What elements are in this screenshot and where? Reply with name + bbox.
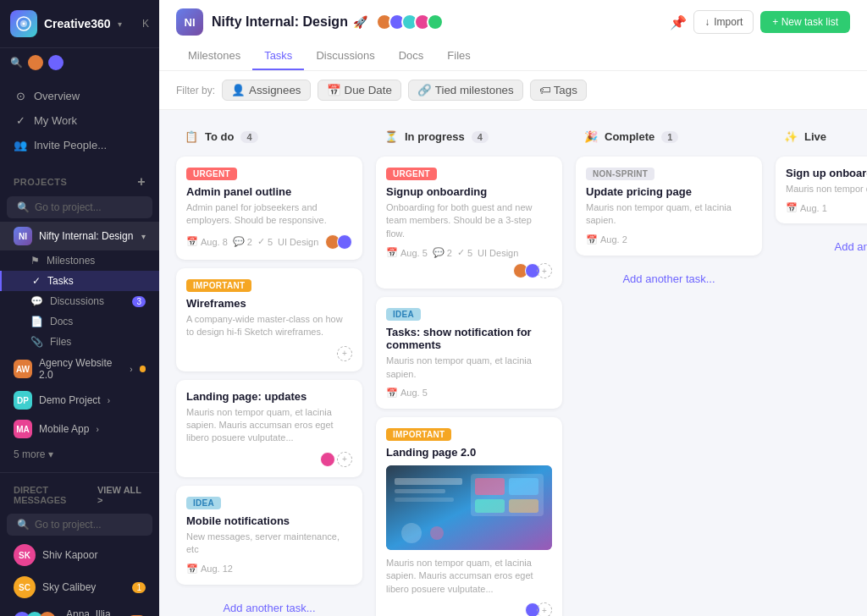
- tab-discussions[interactable]: Discussions: [304, 42, 386, 70]
- task-desc: Mauris non tempor quam, et lacinia sapie…: [386, 557, 552, 596]
- user-avatar-1[interactable]: [28, 55, 43, 70]
- task-meta: +: [186, 346, 352, 361]
- task-title: Sign up onboarding: [786, 167, 867, 179]
- task-card[interactable]: IDEA Tasks: show notification for commen…: [376, 297, 562, 409]
- project-avatar-demo: DP: [14, 391, 32, 410]
- new-task-list-button[interactable]: + New task list: [760, 11, 850, 33]
- discussions-badge: 3: [132, 296, 146, 307]
- app-dropdown-icon[interactable]: ▾: [118, 19, 122, 29]
- task-desc: Onboarding for both guest and new team m…: [386, 201, 552, 240]
- add-member-button[interactable]: +: [337, 346, 352, 361]
- task-card[interactable]: Landing page: updates Mauris non tempor …: [176, 380, 362, 477]
- user-avatar-2[interactable]: [48, 55, 64, 70]
- task-card[interactable]: IMPORTANT Landing page 2.0: [376, 417, 562, 616]
- dm-name-shiv: Shiv Kapoor: [42, 549, 97, 561]
- app-name: Creative360: [44, 17, 111, 30]
- add-member-button[interactable]: +: [337, 452, 352, 467]
- nav-item-my-work[interactable]: ✓ My Work: [0, 108, 159, 133]
- task-card[interactable]: URGENT Admin panel outline Admin panel f…: [176, 157, 362, 260]
- group-avatar-3: SK: [39, 612, 56, 616]
- project-badge: NI: [176, 8, 203, 36]
- task-card[interactable]: IDEA Mobile notifications New messages, …: [176, 486, 362, 585]
- add-member-button[interactable]: +: [537, 263, 552, 278]
- subnav-tasks[interactable]: ✓ Tasks: [0, 271, 159, 291]
- task-card[interactable]: NON-SPRINT Update pricing page Mauris no…: [576, 157, 762, 256]
- invite-icon: 👥: [14, 139, 27, 151]
- pin-icon[interactable]: 📌: [670, 14, 687, 30]
- dm-person-shiv[interactable]: SK Shiv Kapoor: [0, 539, 159, 571]
- nav-item-invite[interactable]: 👥 Invite People...: [0, 133, 159, 157]
- subnav-files[interactable]: 📎 Files: [0, 332, 159, 352]
- project-item-nifty[interactable]: NI Nifty Internal: Design ▾: [0, 222, 159, 250]
- import-button[interactable]: ↓ Import: [693, 10, 754, 34]
- dm-person-sky[interactable]: SC Sky Calibey 1: [0, 571, 159, 603]
- dm-section: DIRECT MESSAGES View all > 🔍 Go to proje…: [0, 472, 159, 616]
- tab-milestones[interactable]: Milestones: [176, 42, 252, 70]
- task-label: UI Design: [478, 248, 518, 258]
- task-desc: Mauris non tempor quam...: [786, 183, 867, 195]
- filter-tied-milestones[interactable]: 🔗 Tied milestones: [408, 80, 523, 101]
- project-item-agency[interactable]: AW Agency Website 2.0 ›: [0, 352, 159, 386]
- search-icon[interactable]: 🔍: [10, 57, 23, 69]
- cal-icon: 📅: [386, 247, 398, 258]
- tab-files[interactable]: Files: [435, 42, 482, 70]
- task-card[interactable]: URGENT Signup onboarding Onboarding for …: [376, 157, 562, 289]
- subnav-docs[interactable]: 📄 Docs: [0, 311, 159, 332]
- svg-rect-4: [395, 478, 462, 485]
- dm-name-sky: Sky Calibey: [42, 581, 96, 593]
- complete-icon: 🎉: [584, 130, 598, 143]
- header-tabs: Milestones Tasks Discussions Docs Files: [176, 42, 850, 70]
- column-in-progress: ⏳ In progress 4 URGENT Signup onboarding…: [376, 124, 562, 616]
- project-label-nifty: Nifty Internal: Design: [39, 230, 133, 242]
- task-tag-non-sprint: NON-SPRINT: [586, 168, 654, 180]
- nav-item-overview[interactable]: ⊙ Overview: [0, 84, 159, 108]
- nav-label-overview: Overview: [34, 90, 80, 102]
- main-header: NI Nifty Internal: Design 🚀 📌 ↓ I: [159, 0, 867, 71]
- add-project-button[interactable]: +: [137, 174, 146, 190]
- project-item-mobile[interactable]: MA Mobile App ›: [0, 415, 159, 443]
- filter-due-date[interactable]: 📅 Due Date: [318, 80, 401, 101]
- col-header-in-progress: ⏳ In progress 4: [376, 124, 562, 150]
- project-search[interactable]: 🔍 Go to project...: [7, 196, 152, 218]
- task-tag-urgent: URGENT: [186, 168, 237, 180]
- cal-icon: 📅: [186, 236, 198, 247]
- task-date: 📅 Aug. 5: [386, 247, 428, 258]
- kanban-board: 📋 To do 4 URGENT Admin panel outline Adm…: [159, 110, 867, 616]
- column-live: ✨ Live Sign up onboarding Mauris non tem…: [776, 124, 867, 261]
- col-header-live: ✨ Live: [776, 124, 867, 150]
- add-task-complete[interactable]: Add another task...: [576, 264, 762, 294]
- svg-point-12: [401, 523, 422, 543]
- dm-search[interactable]: 🔍 Go to project...: [7, 514, 152, 536]
- task-avatar: [337, 234, 352, 250]
- project-item-demo[interactable]: DP Demo Project ›: [0, 386, 159, 415]
- svg-point-2: [23, 23, 25, 25]
- add-member-button[interactable]: +: [537, 602, 552, 616]
- in-progress-count: 4: [472, 131, 489, 143]
- sidebar: Creative360 ▾ K 🔍 ⊙ Overview ✓ My Work 👥…: [0, 0, 159, 616]
- comment-icon: 💬: [233, 236, 245, 247]
- subnav-milestones[interactable]: ⚑ Milestones: [0, 250, 159, 271]
- overview-icon: ⊙: [14, 90, 27, 102]
- task-card[interactable]: Sign up onboarding Mauris non tempor qua…: [776, 157, 867, 223]
- tab-tasks[interactable]: Tasks: [252, 42, 304, 70]
- five-more-button[interactable]: 5 more ▾: [0, 443, 159, 465]
- filter-tags[interactable]: 🏷 Tags: [530, 80, 587, 101]
- task-avatars: [320, 452, 335, 467]
- task-date: 📅 Aug. 1: [786, 202, 827, 213]
- task-card[interactable]: IMPORTANT Wireframes A company-wide mast…: [176, 268, 362, 371]
- task-meta: 📅 Aug. 2: [586, 234, 752, 245]
- subnav-discussions[interactable]: 💬 Discussions 3: [0, 291, 159, 311]
- task-desc: Mauris non tempor quam, et lacinia sapie…: [386, 355, 552, 381]
- check-icon: ✓: [457, 247, 465, 258]
- dm-view-all-button[interactable]: View all >: [97, 485, 146, 505]
- project-arrow-mobile: ›: [96, 425, 98, 434]
- dm-person-group[interactable]: AI IL SK Anna, Illia, Sky... +2: [0, 603, 159, 616]
- discussions-icon: 💬: [30, 295, 43, 307]
- app-logo-icon[interactable]: [10, 10, 37, 37]
- add-task-live[interactable]: Add another...: [776, 232, 867, 261]
- add-task-todo[interactable]: Add another task...: [176, 593, 362, 616]
- tab-docs[interactable]: Docs: [387, 42, 436, 70]
- task-tag: IDEA: [386, 308, 421, 321]
- filter-assignees[interactable]: 👤 Assignees: [222, 80, 311, 101]
- dm-avatar-shiv: SK: [14, 544, 36, 566]
